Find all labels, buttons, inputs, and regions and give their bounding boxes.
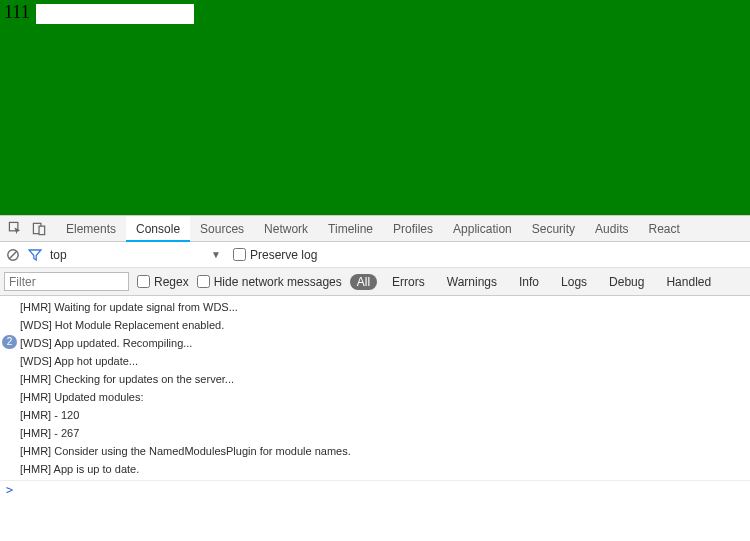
tab-timeline[interactable]: Timeline <box>318 216 383 242</box>
execution-context-select[interactable]: top ▼ <box>50 248 225 262</box>
tab-security[interactable]: Security <box>522 216 585 242</box>
hide-network-checkbox[interactable]: Hide network messages <box>197 275 342 289</box>
inspect-element-icon[interactable] <box>4 218 26 240</box>
level-all[interactable]: All <box>350 274 377 290</box>
tab-profiles[interactable]: Profiles <box>383 216 443 242</box>
console-log-row: [HMR] - 120 <box>0 406 750 424</box>
level-warnings[interactable]: Warnings <box>440 274 504 290</box>
preserve-log-checkbox[interactable]: Preserve log <box>233 248 317 262</box>
level-errors[interactable]: Errors <box>385 274 432 290</box>
console-prompt[interactable]: > <box>0 480 750 499</box>
tab-network[interactable]: Network <box>254 216 318 242</box>
log-message: [WDS] App updated. Recompiling... <box>20 335 192 351</box>
devtools-panel: ElementsConsoleSourcesNetworkTimelinePro… <box>0 215 750 499</box>
hide-network-input[interactable] <box>197 275 210 288</box>
log-message: [HMR] Consider using the NamedModulesPlu… <box>20 443 351 459</box>
console-log-row: [WDS] App hot update... <box>0 352 750 370</box>
log-message: [HMR] Checking for updates on the server… <box>20 371 234 387</box>
devtools-tabbar: ElementsConsoleSourcesNetworkTimelinePro… <box>0 216 750 242</box>
page-viewport: 111 <box>0 0 750 215</box>
console-log-row: [HMR] Updated modules: <box>0 388 750 406</box>
console-log-row: [HMR] Consider using the NamedModulesPlu… <box>0 442 750 460</box>
regex-label: Regex <box>154 275 189 289</box>
tab-sources[interactable]: Sources <box>190 216 254 242</box>
page-text-input[interactable] <box>36 4 194 24</box>
level-handled[interactable]: Handled <box>659 274 718 290</box>
preserve-log-input[interactable] <box>233 248 246 261</box>
hide-network-label: Hide network messages <box>214 275 342 289</box>
log-message: [HMR] App is up to date. <box>20 461 139 477</box>
console-log-list: [HMR] Waiting for update signal from WDS… <box>0 296 750 480</box>
filter-icon[interactable] <box>28 248 42 262</box>
console-toolbar-2: Regex Hide network messages AllErrorsWar… <box>0 268 750 296</box>
level-logs[interactable]: Logs <box>554 274 594 290</box>
log-message: [HMR] Waiting for update signal from WDS… <box>20 299 238 315</box>
level-debug[interactable]: Debug <box>602 274 651 290</box>
clear-console-icon[interactable] <box>6 248 20 262</box>
tab-elements[interactable]: Elements <box>56 216 126 242</box>
tab-react[interactable]: React <box>638 216 689 242</box>
preserve-log-label: Preserve log <box>250 248 317 262</box>
chevron-down-icon: ▼ <box>211 249 221 260</box>
log-message: [WDS] Hot Module Replacement enabled. <box>20 317 224 333</box>
console-log-row: [HMR] Waiting for update signal from WDS… <box>0 298 750 316</box>
tab-audits[interactable]: Audits <box>585 216 638 242</box>
devtools-tabs: ElementsConsoleSourcesNetworkTimelinePro… <box>56 216 690 242</box>
log-message: [HMR] Updated modules: <box>20 389 144 405</box>
console-log-row: 2[WDS] App updated. Recompiling... <box>0 334 750 352</box>
regex-input[interactable] <box>137 275 150 288</box>
log-message: [HMR] - 267 <box>20 425 79 441</box>
svg-rect-2 <box>39 226 45 234</box>
tab-application[interactable]: Application <box>443 216 522 242</box>
filter-input[interactable] <box>4 272 129 291</box>
console-log-row: [WDS] Hot Module Replacement enabled. <box>0 316 750 334</box>
svg-line-4 <box>9 251 16 258</box>
console-log-row: [HMR] - 267 <box>0 424 750 442</box>
device-toolbar-icon[interactable] <box>28 218 50 240</box>
tab-console[interactable]: Console <box>126 216 190 242</box>
log-message: [WDS] App hot update... <box>20 353 138 369</box>
page-text: 111 <box>4 2 30 23</box>
level-info[interactable]: Info <box>512 274 546 290</box>
console-log-row: [HMR] Checking for updates on the server… <box>0 370 750 388</box>
regex-checkbox[interactable]: Regex <box>137 275 189 289</box>
execution-context-label: top <box>50 248 67 262</box>
console-toolbar-1: top ▼ Preserve log <box>0 242 750 268</box>
log-message: [HMR] - 120 <box>20 407 79 423</box>
log-count-badge: 2 <box>2 335 17 349</box>
log-level-filter: AllErrorsWarningsInfoLogsDebugHandled <box>350 274 718 290</box>
console-log-row: [HMR] App is up to date. <box>0 460 750 478</box>
